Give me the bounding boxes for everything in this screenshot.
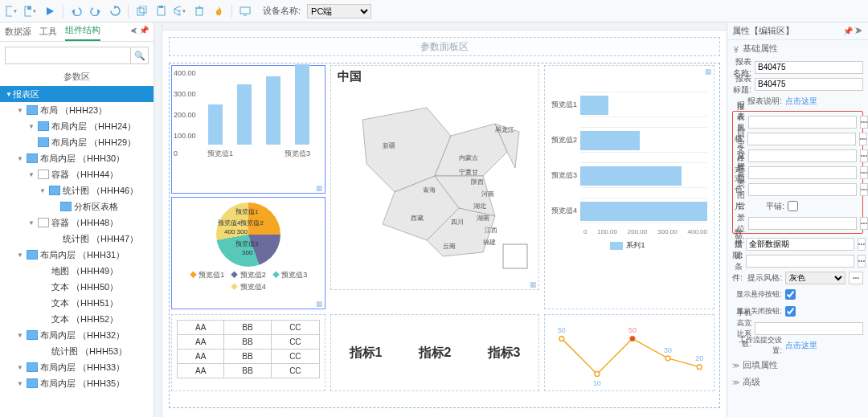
table-cell: CC — [271, 364, 319, 378]
data-period-input[interactable] — [746, 238, 854, 251]
left-tabs: 数据源 工具 组件结构 ⮜ 📌 — [0, 22, 154, 42]
bg-image-input[interactable] — [748, 183, 857, 196]
more-button[interactable]: ••• — [860, 183, 868, 196]
report-title-input[interactable] — [755, 78, 863, 91]
search-box: 🔍 — [5, 47, 149, 64]
tab-tools[interactable]: 工具 — [39, 26, 57, 41]
report-desc-link[interactable]: 点击这里 — [785, 96, 817, 107]
hint-style-select[interactable]: 灰色 — [785, 272, 845, 284]
show-hover-checkbox[interactable] — [785, 289, 796, 300]
save-icon[interactable]: ▼ — [24, 5, 37, 18]
tree-node[interactable]: ▼布局内层 （HHH24） — [0, 118, 154, 134]
more-button[interactable]: ••• — [860, 149, 868, 162]
widget-indicators[interactable]: 指标1 指标2 指标3 — [330, 314, 539, 391]
tree-node[interactable]: ▼布局内层 （HHH30） — [0, 150, 154, 166]
widget-handle-icon[interactable]: ▦ — [705, 67, 712, 308]
tree-node[interactable]: ▼布局内层 （HHH32） — [0, 327, 154, 343]
filter-input[interactable] — [746, 255, 854, 268]
redo-icon[interactable] — [89, 5, 102, 18]
china-map: 新疆内蒙古 青海西藏 四川云南 黑龙江 陕西河南 湖北湖南 江西福建 宁夏甘 南… — [338, 88, 531, 272]
pin-icon[interactable]: 📌 ⮞ — [843, 27, 863, 35]
widget-sparkline[interactable]: 5010503020 — [544, 314, 714, 391]
table-cell: CC — [271, 350, 319, 364]
pin-icon[interactable]: 📌 — [139, 26, 149, 38]
tree-node[interactable]: ▼容器 （HHH48） — [0, 215, 154, 231]
tree-node[interactable]: 地图 （HHH49） — [0, 263, 154, 279]
widget-bar-chart[interactable]: 400.00 300.00 200.00 100.00 0 预览值1预览值3 ▦ — [171, 65, 326, 194]
tree-node-report-root[interactable]: ▼报表区 — [0, 86, 154, 102]
widget-hbar-chart[interactable]: 预览值1 预览值2 预览值3 预览值4 0100.00200.00300.004… — [544, 65, 714, 309]
widget-handle-icon[interactable]: ▦ — [530, 280, 537, 288]
show-close-checkbox[interactable] — [785, 306, 796, 317]
svg-text:新疆: 新疆 — [383, 142, 395, 149]
screen-icon[interactable] — [239, 5, 252, 18]
search-icon[interactable]: 🔍 — [130, 47, 148, 63]
param-panel[interactable]: 参数面板区 — [169, 37, 720, 56]
svg-text:青海: 青海 — [423, 186, 436, 194]
widget-pie-chart[interactable]: 预览值1 预览值4预览值2 400 300 预览值3 300 预览值1预览值2 … — [171, 197, 326, 309]
section-basic[interactable]: 基础属性 — [727, 40, 868, 57]
tree-node[interactable]: 布局内层 （HHH29） — [0, 134, 154, 150]
play-icon[interactable] — [43, 5, 56, 18]
widget-map[interactable]: 中国 新疆内蒙古 青海西藏 四川云南 黑龙江 — [330, 65, 539, 290]
more-button[interactable]: ••• — [849, 272, 863, 284]
refresh-icon[interactable] — [108, 5, 121, 18]
tree-node[interactable]: 统计图 （HHH53） — [0, 343, 154, 359]
indicator-2: 指标2 — [419, 345, 452, 362]
more-button[interactable]: ••• — [860, 217, 868, 230]
tree-node[interactable]: 文本 （HHH50） — [0, 279, 154, 295]
copy-icon[interactable] — [135, 5, 148, 18]
svg-rect-0 — [6, 6, 12, 16]
tree-section-param[interactable]: 参数区 — [0, 69, 154, 86]
dashboard-container: 400.00 300.00 200.00 100.00 0 预览值1预览值3 ▦ — [169, 63, 720, 408]
svg-text:黑龙江: 黑龙江 — [495, 126, 514, 133]
more-button[interactable]: ••• — [858, 238, 866, 251]
more-button[interactable]: ••• — [860, 166, 868, 179]
tree-node[interactable]: 分析区表格 — [0, 198, 154, 215]
table-cell: AA — [178, 350, 224, 364]
aspect-input[interactable] — [755, 322, 863, 335]
delete-icon[interactable] — [193, 5, 206, 18]
left-panel: 数据源 工具 组件结构 ⮜ 📌 🔍 参数区 ▼报表区 ▼布局 （HHH23）▼布… — [0, 22, 154, 417]
bg-pos-input[interactable] — [748, 217, 857, 230]
tile-checkbox[interactable] — [788, 201, 798, 211]
vertical-ruler — [154, 22, 162, 417]
tab-datasource[interactable]: 数据源 — [5, 26, 31, 41]
self-style-input[interactable] — [748, 149, 857, 162]
cube-icon[interactable]: ▼ — [174, 5, 186, 18]
more-button[interactable]: ••• — [860, 116, 868, 129]
svg-text:江西: 江西 — [485, 227, 497, 234]
device-select[interactable]: PC端 — [307, 4, 371, 18]
tree-node[interactable]: ▼布局 （HHH23） — [0, 102, 154, 118]
svg-point-35 — [630, 336, 635, 341]
tree-node[interactable]: ▼容器 （HHH44） — [0, 166, 154, 182]
bg-color-input[interactable] — [748, 166, 857, 179]
collapse-icon[interactable]: ⮜ — [130, 27, 137, 39]
tree-node[interactable]: ▼布局内层 （HHH35） — [0, 375, 154, 391]
widget-table[interactable]: AABBCCAABBCCAABBCCAABBCC — [171, 314, 326, 391]
section-advanced[interactable]: 高级 — [727, 374, 868, 390]
tree-node[interactable]: ▼统计图 （HHH46） — [0, 182, 154, 198]
more-button[interactable]: ••• — [858, 255, 866, 268]
widget-handle-icon[interactable]: ▦ — [316, 300, 323, 308]
flame-icon[interactable] — [212, 5, 225, 18]
tree-node[interactable]: 文本 （HHH51） — [0, 295, 154, 311]
report-style-input[interactable] — [748, 116, 857, 129]
indicator-3: 指标3 — [488, 345, 521, 362]
custom-style-input[interactable] — [747, 133, 856, 145]
paste-icon[interactable] — [154, 5, 167, 18]
svg-rect-12 — [196, 8, 203, 15]
tree-node[interactable]: 统计图 （HHH47） — [0, 231, 154, 247]
search-input[interactable] — [6, 47, 130, 63]
new-icon[interactable]: ▼ — [5, 5, 18, 18]
tree-node[interactable]: 文本 （HHH52） — [0, 311, 154, 327]
report-name-input[interactable] — [755, 61, 863, 74]
undo-icon[interactable] — [70, 5, 83, 18]
widget-handle-icon[interactable]: ▦ — [316, 184, 323, 192]
more-button[interactable]: ••• — [859, 133, 867, 145]
section-fill[interactable]: 回填属性 — [727, 357, 868, 374]
workflow-link[interactable]: 点击这里 — [785, 340, 817, 351]
tab-components[interactable]: 组件结构 — [65, 24, 100, 41]
tree-node[interactable]: ▼布局内层 （HHH33） — [0, 359, 154, 375]
tree-node[interactable]: ▼布局内层 （HHH31） — [0, 247, 154, 263]
